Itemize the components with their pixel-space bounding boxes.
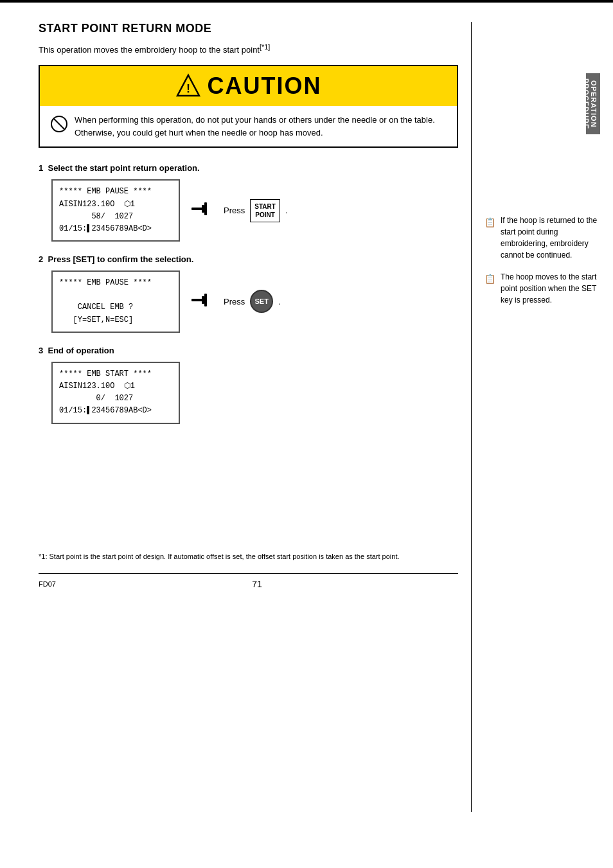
step-2-press-label: Press <box>224 297 245 306</box>
lcd3-line-4: 01/15:▌23456789AB<D> <box>59 405 172 417</box>
step-3-lcd: ***** EMB START **** AISIN123.10O ⬡1 0/ … <box>51 362 180 424</box>
footer-code: FD07 <box>39 580 56 588</box>
step-1-section: 1 Select the start point return operatio… <box>39 163 458 242</box>
step-1-press-label: Press <box>224 206 245 215</box>
step-2-section: 2 Press [SET] to confirm the selection. … <box>39 254 458 333</box>
caution-body: When performing this operation, do not p… <box>40 106 457 146</box>
lcd3-line-1: ***** EMB START **** <box>59 368 172 380</box>
lcd3-line-3: 0/ 1027 <box>59 393 172 405</box>
step-1-lcd: ***** EMB PAUSE **** AISIN123.10O ⬡1 58/… <box>51 179 180 242</box>
lcd3-line-2: AISIN123.10O ⬡1 <box>59 380 172 393</box>
step-2-heading: 2 Press [SET] to confirm the selection. <box>39 254 458 264</box>
step-2-content: ***** EMB PAUSE **** CANCEL EMB ? [Y=SET… <box>51 270 458 333</box>
step-1-number: 1 <box>39 163 43 173</box>
caution-warning-text: When performing this operation, do not p… <box>75 114 435 139</box>
lcd2-line-2 <box>59 289 172 301</box>
lcd2-line-3: CANCEL EMB ? <box>59 301 172 314</box>
caution-title: CAUTION <box>208 73 322 100</box>
caution-triangle-icon: ! <box>175 73 201 99</box>
svg-rect-6 <box>204 202 207 215</box>
step-1-press-area: Press START POINT . <box>224 199 287 222</box>
svg-rect-5 <box>202 205 204 213</box>
lcd2-line-1: ***** EMB PAUSE **** <box>59 277 172 289</box>
step-2-press-area: Press SET . <box>224 290 281 313</box>
svg-rect-9 <box>204 294 207 306</box>
lcd-line-4: 01/15:▌23456789AB<D> <box>59 223 172 235</box>
svg-rect-8 <box>202 296 204 304</box>
lcd-line-1: ***** EMB PAUSE **** <box>59 186 172 198</box>
step-3-section: 3 End of operation ***** EMB START **** … <box>39 346 458 424</box>
step-1-content: ***** EMB PAUSE **** AISIN123.10O ⬡1 58/… <box>51 179 458 242</box>
step-1-period: . <box>285 206 288 215</box>
bottom-section: FD07 71 <box>39 573 458 589</box>
note-2-icon: 📋 <box>484 272 495 306</box>
no-hands-icon <box>50 115 68 135</box>
step-3-content: ***** EMB START **** AISIN123.10O ⬡1 0/ … <box>51 362 458 424</box>
intro-text: This operation moves the embroidery hoop… <box>39 43 458 55</box>
svg-text:!: ! <box>186 82 190 95</box>
step-2-period: . <box>278 297 281 306</box>
note-2-text: The hoop moves to the start point positi… <box>501 271 600 306</box>
step-3-heading: 3 End of operation <box>39 346 458 355</box>
sidebar-label: OPERATION PROCEDURE <box>586 73 600 134</box>
arrow-right-icon-2 <box>190 292 213 311</box>
page-title: START POINT RETURN MODE <box>39 22 458 35</box>
footnote-text: *1: Start point is the start point of de… <box>39 553 458 560</box>
step-2-lcd: ***** EMB PAUSE **** CANCEL EMB ? [Y=SET… <box>51 270 180 333</box>
left-column: START POINT RETURN MODE This operation m… <box>39 22 472 812</box>
lcd2-line-4: [Y=SET,N=ESC] <box>59 314 172 326</box>
caution-box: ! CAUTION When performing this operation… <box>39 65 458 148</box>
note-2: 📋 The hoop moves to the start point posi… <box>484 271 600 306</box>
note-1-text: If the hoop is returned to the start poi… <box>501 215 600 261</box>
lcd-line-3: 58/ 1027 <box>59 211 172 223</box>
note-1-icon: 📋 <box>484 216 495 261</box>
set-button[interactable]: SET <box>250 290 273 313</box>
step-2-number: 2 <box>39 254 43 264</box>
step-1-heading: 1 Select the start point return operatio… <box>39 163 458 173</box>
arrow-right-icon <box>190 201 213 220</box>
start-point-button[interactable]: START POINT <box>250 199 280 222</box>
svg-line-3 <box>53 118 65 130</box>
right-column: 📋 If the hoop is returned to the start p… <box>472 22 600 812</box>
caution-header: ! CAUTION <box>40 66 457 106</box>
page-number: 71 <box>252 579 262 589</box>
step-3-number: 3 <box>39 346 43 355</box>
note-1: 📋 If the hoop is returned to the start p… <box>484 215 600 261</box>
lcd-line-2: AISIN123.10O ⬡1 <box>59 199 172 211</box>
